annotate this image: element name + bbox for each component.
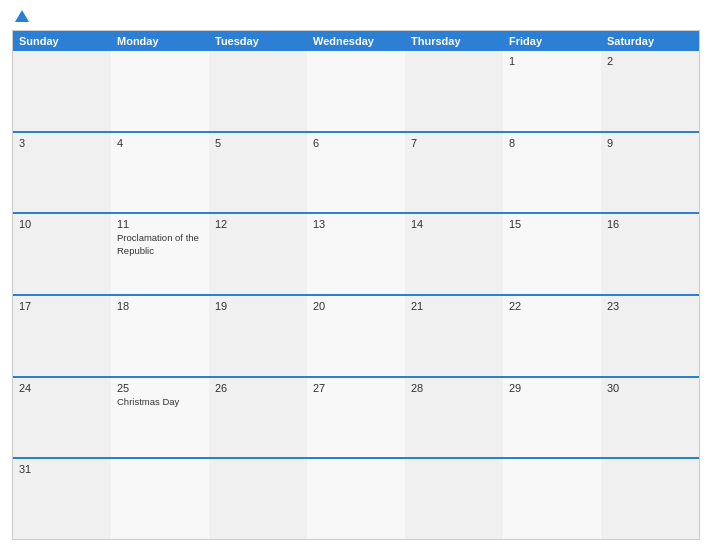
week-row-3: 1011Proclamation of the Republic12131415… [13, 212, 699, 294]
day-cell: 26 [209, 378, 307, 458]
day-cell [503, 459, 601, 539]
day-number: 30 [607, 382, 693, 394]
day-cell [209, 51, 307, 131]
day-header-tuesday: Tuesday [209, 31, 307, 51]
day-cell [13, 51, 111, 131]
day-cell: 6 [307, 133, 405, 213]
day-number: 27 [313, 382, 399, 394]
day-number: 17 [19, 300, 105, 312]
day-header-monday: Monday [111, 31, 209, 51]
day-header-wednesday: Wednesday [307, 31, 405, 51]
week-row-2: 3456789 [13, 131, 699, 213]
day-cell: 31 [13, 459, 111, 539]
day-number: 21 [411, 300, 497, 312]
day-number: 5 [215, 137, 301, 149]
day-number: 24 [19, 382, 105, 394]
day-cell [405, 459, 503, 539]
day-header-friday: Friday [503, 31, 601, 51]
day-cell: 7 [405, 133, 503, 213]
logo-blue-text [12, 10, 29, 22]
day-cell: 15 [503, 214, 601, 294]
day-number: 11 [117, 218, 203, 230]
day-number: 29 [509, 382, 595, 394]
holiday-name: Christmas Day [117, 396, 203, 408]
day-number: 20 [313, 300, 399, 312]
day-number: 6 [313, 137, 399, 149]
day-cell: 3 [13, 133, 111, 213]
day-cell: 10 [13, 214, 111, 294]
day-cell: 16 [601, 214, 699, 294]
day-cell: 23 [601, 296, 699, 376]
logo [12, 10, 29, 22]
day-cell [405, 51, 503, 131]
day-number: 15 [509, 218, 595, 230]
day-cell: 17 [13, 296, 111, 376]
day-number: 19 [215, 300, 301, 312]
day-cell: 1 [503, 51, 601, 131]
day-cell [601, 459, 699, 539]
day-cell: 21 [405, 296, 503, 376]
day-cell: 9 [601, 133, 699, 213]
day-cell: 13 [307, 214, 405, 294]
day-number: 26 [215, 382, 301, 394]
day-cell: 4 [111, 133, 209, 213]
day-cell [307, 51, 405, 131]
header [12, 10, 700, 22]
day-number: 31 [19, 463, 105, 475]
week-row-5: 2425Christmas Day2627282930 [13, 376, 699, 458]
calendar: SundayMondayTuesdayWednesdayThursdayFrid… [12, 30, 700, 540]
day-cell: 11Proclamation of the Republic [111, 214, 209, 294]
day-headers-row: SundayMondayTuesdayWednesdayThursdayFrid… [13, 31, 699, 51]
day-number: 9 [607, 137, 693, 149]
day-cell [111, 459, 209, 539]
day-number: 4 [117, 137, 203, 149]
day-number: 8 [509, 137, 595, 149]
day-number: 12 [215, 218, 301, 230]
day-number: 25 [117, 382, 203, 394]
day-cell: 8 [503, 133, 601, 213]
day-cell: 22 [503, 296, 601, 376]
day-cell: 20 [307, 296, 405, 376]
day-cell: 28 [405, 378, 503, 458]
day-cell: 14 [405, 214, 503, 294]
day-cell: 27 [307, 378, 405, 458]
day-number: 16 [607, 218, 693, 230]
day-number: 13 [313, 218, 399, 230]
day-number: 18 [117, 300, 203, 312]
day-cell: 29 [503, 378, 601, 458]
day-number: 7 [411, 137, 497, 149]
day-number: 28 [411, 382, 497, 394]
day-cell: 18 [111, 296, 209, 376]
day-header-sunday: Sunday [13, 31, 111, 51]
day-cell: 19 [209, 296, 307, 376]
day-number: 14 [411, 218, 497, 230]
week-row-1: 12 [13, 51, 699, 131]
logo-triangle-icon [15, 10, 29, 22]
calendar-body: 1234567891011Proclamation of the Republi… [13, 51, 699, 539]
day-number: 22 [509, 300, 595, 312]
day-cell [209, 459, 307, 539]
week-row-4: 17181920212223 [13, 294, 699, 376]
day-cell [307, 459, 405, 539]
day-number: 23 [607, 300, 693, 312]
day-cell: 25Christmas Day [111, 378, 209, 458]
week-row-6: 31 [13, 457, 699, 539]
day-number: 1 [509, 55, 595, 67]
holiday-name: Proclamation of the Republic [117, 232, 203, 257]
day-cell: 5 [209, 133, 307, 213]
day-number: 10 [19, 218, 105, 230]
day-header-saturday: Saturday [601, 31, 699, 51]
day-cell: 2 [601, 51, 699, 131]
day-cell [111, 51, 209, 131]
day-cell: 12 [209, 214, 307, 294]
day-cell: 24 [13, 378, 111, 458]
day-number: 3 [19, 137, 105, 149]
day-number: 2 [607, 55, 693, 67]
day-cell: 30 [601, 378, 699, 458]
day-header-thursday: Thursday [405, 31, 503, 51]
page: SundayMondayTuesdayWednesdayThursdayFrid… [0, 0, 712, 550]
